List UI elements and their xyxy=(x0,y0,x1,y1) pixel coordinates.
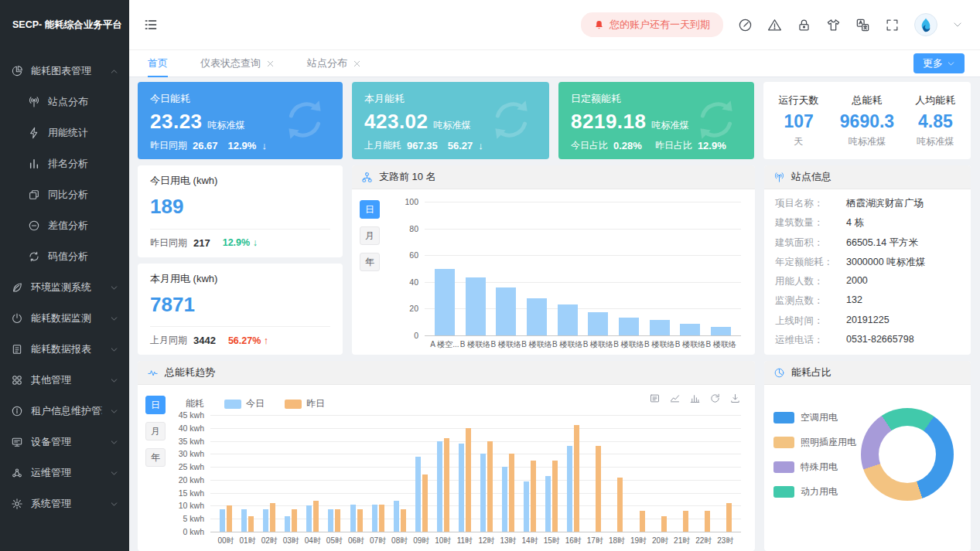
fullscreen-icon[interactable] xyxy=(885,18,900,32)
card-sub-value: 3442 xyxy=(193,335,216,346)
card-sub-label: 昨日同期 xyxy=(150,236,187,250)
tab-site-distribution[interactable]: 站点分布 xyxy=(307,50,361,77)
legend-item[interactable]: 今日 xyxy=(224,397,265,410)
sidebar-subitem-site-distribution[interactable]: 站点分布 xyxy=(0,87,129,117)
tab-home[interactable]: 首页 xyxy=(148,50,168,77)
bar xyxy=(415,457,421,532)
sidebar-item-energy-data-monitoring[interactable]: 能耗数据监测 xyxy=(0,303,129,334)
period-toggle-day[interactable]: 日 xyxy=(145,396,166,414)
bar xyxy=(683,511,688,532)
period-toggle-month[interactable]: 月 xyxy=(145,422,166,440)
period-toggle-day[interactable]: 日 xyxy=(360,200,380,219)
sidebar-subitem-energy-usage-stats[interactable]: 用能统计 xyxy=(0,117,129,148)
site-info-row: 建筑面积：66505.14 平方米 xyxy=(775,233,960,253)
bar xyxy=(552,461,558,532)
sidebar-subitem-difference-analysis[interactable]: 差值分析 xyxy=(0,210,129,241)
sidebar-subitem-yoy-analysis[interactable]: 同比分析 xyxy=(0,179,129,210)
trend-chart: 能耗 今日昨日 45 kwh40 kwh35 kwh30 kwh25 kwh20… xyxy=(169,393,747,546)
x-axis-label: 09时 xyxy=(411,536,432,546)
x-axis-label: 20时 xyxy=(650,536,671,546)
bar xyxy=(357,509,363,532)
sidebar-item-other-mgmt[interactable]: 其他管理 xyxy=(0,365,129,396)
app-logo: SECP- 能耗综合业务平台 xyxy=(0,0,129,49)
close-icon[interactable] xyxy=(353,60,361,68)
kpi-card-quota: 日定额能耗 8219.18 吨标准煤 今日占比 0.28% 昨日占比 12.9% xyxy=(558,82,754,159)
x-axis-label: 01时 xyxy=(237,536,258,546)
x-axis-label: B 楼联络 xyxy=(583,339,614,350)
bar-group xyxy=(454,415,476,532)
bar-group xyxy=(302,415,323,532)
site-info-row: 项目名称：栖霞湖滨财富广场 xyxy=(775,194,960,213)
translate-icon[interactable] xyxy=(855,18,870,32)
chevron-down-icon[interactable] xyxy=(952,19,963,30)
bar-column xyxy=(460,202,491,335)
tab-list: 首页仪表状态查询站点分布 xyxy=(148,50,361,77)
y-axis-tick: 10 kwh xyxy=(179,501,204,510)
bar-chart-icon[interactable] xyxy=(689,393,701,404)
warning-triangle-icon[interactable] xyxy=(767,18,782,32)
bar-group xyxy=(562,415,584,532)
collapse-menu-icon[interactable] xyxy=(143,17,159,32)
branch-bars xyxy=(425,202,741,335)
bar-group xyxy=(345,415,367,532)
sidebar-item-environment-monitoring[interactable]: 环境监测系统 xyxy=(0,272,129,303)
app-title: SECP- 能耗综合业务平台 xyxy=(12,19,122,32)
theme-shirt-icon[interactable] xyxy=(826,18,841,32)
sidebar-item-energy-chart-mgmt[interactable]: 能耗图表管理 xyxy=(0,56,129,87)
legend-item[interactable]: 昨日 xyxy=(285,397,325,410)
y-axis-tick: 15 kwh xyxy=(179,488,204,498)
stat-label: 总能耗 xyxy=(840,94,894,107)
tab-bar: 首页仪表状态查询站点分布 更多 xyxy=(129,49,980,77)
topbar: 您的账户还有一天到期 xyxy=(129,0,980,49)
avatar[interactable] xyxy=(914,13,937,36)
period-toggle-year[interactable]: 年 xyxy=(360,253,380,271)
sidebar-item-device-mgmt[interactable]: 设备管理 xyxy=(0,427,129,457)
sidebar-item-energy-data-reports[interactable]: 能耗数据报表 xyxy=(0,334,129,365)
site-info-label: 上线时间： xyxy=(775,315,846,328)
lock-icon[interactable] xyxy=(797,18,811,32)
sidebar-subitem-code-value-analysis[interactable]: 码值分析 xyxy=(0,241,129,272)
x-axis-label: 16时 xyxy=(562,536,584,546)
legend-item[interactable]: 动力用电 xyxy=(773,485,856,498)
restore-icon[interactable] xyxy=(709,393,721,404)
site-info-value: 0531-82665798 xyxy=(846,334,914,347)
x-axis-label: 14时 xyxy=(519,536,541,546)
sidebar-subitem-ranking-analysis[interactable]: 排名分析 xyxy=(0,148,129,179)
bar-group xyxy=(693,415,715,532)
bar xyxy=(480,454,486,532)
legend-label: 空调用电 xyxy=(801,411,838,424)
legend-item[interactable]: 特殊用电 xyxy=(773,461,856,474)
bar xyxy=(596,446,601,532)
dashboard-gauge-icon[interactable] xyxy=(738,18,753,32)
legend-item[interactable]: 空调用电 xyxy=(773,411,856,424)
period-toggle-month[interactable]: 月 xyxy=(360,226,380,245)
bar-group xyxy=(389,415,411,532)
down-arrow: ↓ xyxy=(253,237,258,248)
trend-plot: 45 kwh40 kwh35 kwh30 kwh25 kwh20 kwh15 k… xyxy=(210,415,741,532)
bar xyxy=(588,312,608,335)
stat-value: 9690.3 xyxy=(840,111,894,132)
line-chart-icon[interactable] xyxy=(669,393,681,404)
data-view-icon[interactable] xyxy=(649,393,661,404)
account-expiry-notice[interactable]: 您的账户还有一天到期 xyxy=(581,12,723,37)
sidebar-item-system-mgmt[interactable]: 系统管理 xyxy=(0,488,129,519)
trend-period-toggles: 日月年 xyxy=(144,393,169,546)
close-icon[interactable] xyxy=(266,60,275,68)
more-button[interactable]: 更多 xyxy=(913,53,965,73)
bar-group xyxy=(411,415,432,532)
bar xyxy=(394,501,399,532)
y-axis-tick: 0 xyxy=(414,331,418,340)
middle-row: 今日用电 (kwh) 189 昨日同期 217 12.9% ↓ 本月用电 ( xyxy=(138,165,971,355)
tab-meter-status-query[interactable]: 仪表状态查询 xyxy=(200,50,275,77)
legend-item[interactable]: 照明插座用电 xyxy=(773,436,856,449)
bar xyxy=(292,509,297,532)
info-circle-icon xyxy=(11,405,23,417)
sidebar-item-ops-mgmt[interactable]: 运维管理 xyxy=(0,457,129,488)
kpi-card-month: 本月能耗 423.02 吨标准煤 上月能耗 967.35 56.27 ↓ xyxy=(352,82,549,159)
download-icon[interactable] xyxy=(729,393,741,404)
bar-group xyxy=(215,415,237,532)
x-axis-label: B 楼联络 xyxy=(675,339,706,350)
x-axis-label: B 楼联络 xyxy=(705,339,736,350)
sidebar-item-tenant-info-mgmt[interactable]: 租户信息维护管理 xyxy=(0,396,129,427)
period-toggle-year[interactable]: 年 xyxy=(145,448,166,467)
